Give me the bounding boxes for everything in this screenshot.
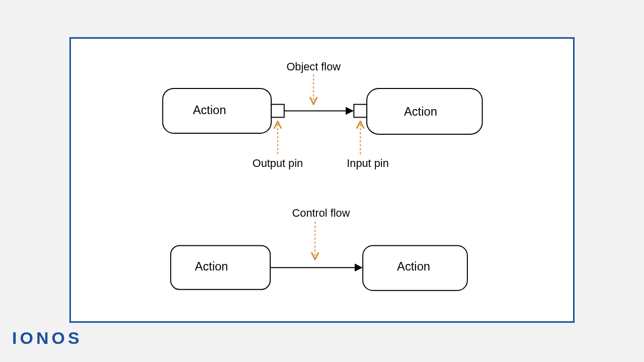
object-flow-title: Object flow (286, 60, 341, 73)
ionos-logo: IONOS (12, 328, 83, 348)
input-pin (354, 105, 367, 118)
input-pin-label: Input pin (347, 157, 388, 169)
action-node-right-control-label: Action (397, 260, 430, 273)
output-pin-label: Output pin (253, 157, 303, 169)
action-node-left-control-label: Action (195, 260, 228, 273)
action-node-right-object-label: Action (404, 105, 437, 118)
diagram-frame: Object flow Action Action Output pin Inp… (69, 37, 575, 323)
output-pin (271, 105, 284, 118)
action-node-left-object-label: Action (193, 104, 226, 117)
diagram-svg: Object flow Action Action Output pin Inp… (71, 39, 573, 321)
control-flow-title: Control flow (292, 207, 350, 219)
